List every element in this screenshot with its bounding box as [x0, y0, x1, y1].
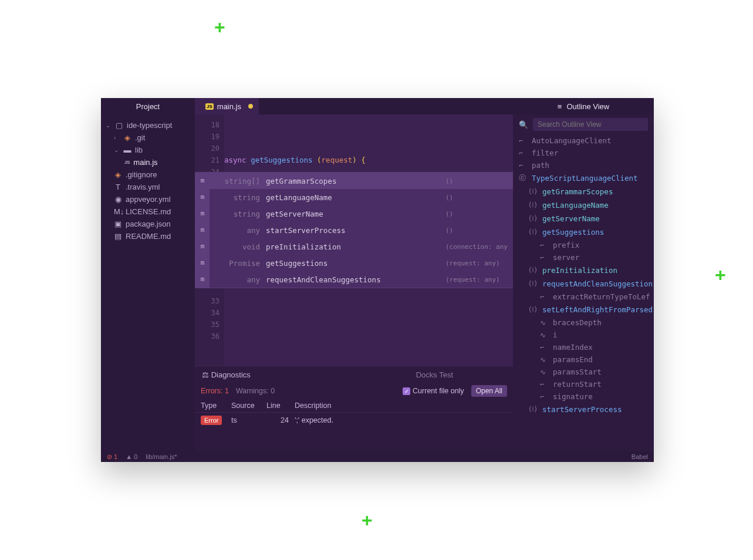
outline-label: prefix [553, 241, 579, 249]
ac-return-type: string [210, 193, 266, 202]
tab-mainjs[interactable]: JS main.js [195, 98, 259, 114]
current-file-checkbox[interactable]: ✓ [403, 387, 410, 395]
symbol-icon: ⒧ [529, 404, 538, 414]
outline-item[interactable]: ⌐ nameIndex [513, 341, 654, 353]
outline-label: TypeScriptLanguageClient [532, 174, 638, 183]
symbol-icon: ⒧ [529, 279, 538, 289]
outline-item[interactable]: ⌐ prefix [513, 239, 654, 251]
tree-file-mainjs[interactable]: JS main.js [101, 156, 195, 168]
status-warning-count[interactable]: ▲ 0 [126, 453, 137, 460]
appveyor-icon: ◉ [114, 195, 122, 204]
travis-icon: T [114, 183, 122, 191]
outline-item[interactable]: ∿ i [513, 329, 654, 341]
outline-item[interactable]: ⒧ getLanguageName [513, 198, 654, 212]
outline-panel: 🔍 ⌐ AutoLanguageClient⌐ filter⌐ pathⓒ Ty… [513, 114, 654, 451]
tree-file-readme[interactable]: ▤ README.md [101, 230, 195, 242]
outline-label: filter [532, 149, 558, 157]
list-icon: ≡ [558, 102, 562, 111]
symbol-icon: ⌐ [519, 149, 527, 157]
outline-item[interactable]: ⌐ signature [513, 390, 654, 403]
tree-label: .git [135, 133, 145, 142]
symbol-icon: ⒧ [529, 214, 538, 224]
outline-item[interactable]: ⒧ startServerProcess [513, 403, 654, 416]
outline-item[interactable]: ∿ bracesDepth [513, 316, 654, 329]
diagnostics-table-header: Type Source Line Description [195, 399, 513, 413]
method-icon: m [195, 255, 210, 271]
tree-file-appveyor[interactable]: ◉ appveyor.yml [101, 193, 195, 205]
tree-label: appveyor.yml [126, 195, 171, 204]
autocomplete-item[interactable]: m any startServerProcess () [195, 222, 513, 238]
symbol-icon: ⌐ [519, 161, 527, 170]
outline-label: startServerProcess [542, 405, 622, 414]
ac-signature: () [445, 227, 513, 234]
autocomplete-item[interactable]: m Promise getSuggestions (request: any) [195, 255, 513, 271]
ac-name: preInitialization [266, 242, 445, 251]
outline-item[interactable]: ⌐ AutoLanguageClient [513, 134, 654, 147]
tree-label: README.md [126, 232, 171, 241]
outline-item[interactable]: ⒧ getSuggestions [513, 225, 654, 239]
status-file-path[interactable]: lib/main.js* [146, 453, 177, 460]
diagnostics-row[interactable]: Error ts 24 ';' expected. [195, 413, 513, 428]
tree-root[interactable]: ⌄ ▢ ide-typescript [101, 119, 195, 131]
autocomplete-item[interactable]: m string[] getGrammarScopes () [195, 173, 513, 189]
outline-item[interactable]: ⌐ server [513, 251, 654, 264]
modified-indicator-icon [248, 104, 253, 109]
ac-name: requestAndCleanSuggestions [266, 275, 445, 284]
diagnostics-panel: ⚖ Diagnostics Docks Test Errors: 1 Warni… [195, 366, 513, 451]
outline-item[interactable]: ⒧ requestAndCleanSuggestion [513, 277, 654, 291]
outline-label: path [532, 161, 549, 170]
autocomplete-item[interactable]: m void preInitialization (connection: an… [195, 238, 513, 255]
outline-label: paramsStart [553, 367, 602, 376]
tree-folder-git[interactable]: › ◈ .git [101, 131, 195, 144]
symbol-icon: ⌐ [540, 343, 548, 352]
repo-icon: ▢ [115, 121, 123, 130]
outline-item[interactable]: ⌐ path [513, 159, 654, 171]
outline-item[interactable]: ⒧ setLeftAndRightFromParsed [513, 303, 654, 316]
method-icon: m [195, 173, 210, 189]
tree-label: .gitignore [126, 170, 157, 179]
outline-item[interactable]: ⒧ preInitialization [513, 264, 654, 277]
status-language[interactable]: Babel [632, 453, 648, 460]
tree-file-package[interactable]: ▣ package.json [101, 218, 195, 230]
autocomplete-item[interactable]: m string getLanguageName () [195, 189, 513, 205]
chevron-down-icon: ⌄ [114, 147, 120, 153]
outline-item[interactable]: ⌐ filter [513, 147, 654, 159]
outline-label: setLeftAndRightFromParsed [542, 305, 653, 314]
symbol-icon: ⒧ [529, 305, 538, 315]
ac-signature: () [445, 194, 513, 201]
tree-folder-lib[interactable]: ⌄ ▬ lib [101, 144, 195, 156]
ac-signature: (request: any) [445, 259, 513, 267]
tree-file-license[interactable]: M↓ LICENSE.md [101, 205, 195, 218]
editor-pane[interactable]: 18 19 20 21 24 33 34 35 36 async getSugg… [195, 114, 513, 451]
errors-count: Errors: 1 [201, 387, 229, 395]
method-icon: m [195, 189, 210, 205]
tree-file-gitignore[interactable]: ◈ .gitignore [101, 168, 195, 181]
outline-item[interactable]: ⒧ getGrammarScopes [513, 185, 654, 198]
ac-signature: () [445, 177, 513, 185]
ide-window: Project JS main.js ≡ Outline View ⌄ ▢ id… [101, 98, 654, 462]
autocomplete-popup[interactable]: m string[] getGrammarScopes ()m string g… [195, 172, 513, 288]
ac-signature: () [445, 210, 513, 218]
git-icon: ◈ [114, 170, 122, 179]
tree-label: package.json [126, 220, 171, 228]
autocomplete-item[interactable]: m string getServerName () [195, 205, 513, 222]
outline-item[interactable]: ⌐ extractReturnTypeToLef [513, 291, 654, 303]
outline-item[interactable]: ⒧ getServerName [513, 212, 654, 225]
outline-search-input[interactable] [533, 118, 648, 131]
outline-item[interactable]: ∿ paramsEnd [513, 353, 654, 366]
docks-test-tab[interactable]: Docks Test [409, 370, 460, 379]
autocomplete-item[interactable]: m any requestAndCleanSuggestions (reques… [195, 271, 513, 288]
outline-label: AutoLanguageClient [532, 136, 611, 145]
current-file-label: Current file only [413, 387, 464, 395]
outline-item[interactable]: ⌐ returnStart [513, 378, 654, 390]
diagnostics-tab[interactable]: ⚖ Diagnostics [195, 370, 258, 379]
status-error-count[interactable]: ⊘ 1 [107, 453, 117, 461]
outline-item[interactable]: ∿ paramsStart [513, 366, 654, 378]
outline-item[interactable]: ⓒ TypeScriptLanguageClient [513, 171, 654, 185]
error-badge: Error [201, 416, 222, 425]
ac-return-type: Promise [210, 259, 266, 268]
ac-return-type: any [210, 275, 266, 284]
open-all-button[interactable]: Open All [471, 385, 507, 397]
outline-label: i [553, 330, 558, 339]
tree-file-travis[interactable]: T .travis.yml [101, 181, 195, 193]
